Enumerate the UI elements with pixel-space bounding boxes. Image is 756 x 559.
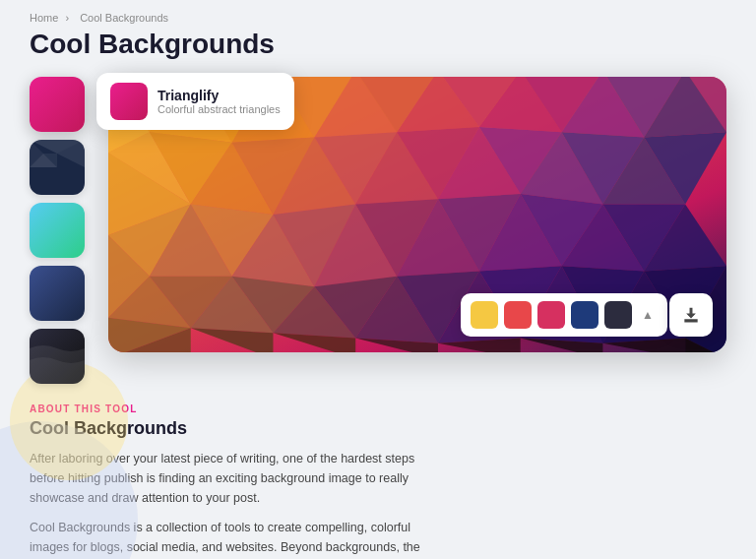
tooltip-text: Trianglify Colorful abstract triangles bbox=[158, 88, 281, 115]
dark-geo-svg bbox=[30, 140, 85, 195]
tooltip-tool-desc: Colorful abstract triangles bbox=[158, 103, 281, 115]
tools-sidebar: Trianglify Colorful abstract triangles bbox=[30, 77, 108, 384]
download-button[interactable] bbox=[669, 293, 713, 337]
tooltip-icon bbox=[110, 83, 148, 120]
about-title: Cool Backgrounds bbox=[30, 418, 726, 439]
palette-swatch-dark[interactable] bbox=[604, 301, 632, 329]
tool-item-dark-geo[interactable] bbox=[30, 140, 85, 195]
breadcrumb-home[interactable]: Home bbox=[30, 12, 58, 24]
palette-bar: ▲ bbox=[461, 293, 667, 337]
breadcrumb: Home › Cool Backgrounds bbox=[30, 12, 726, 24]
tooltip-tool-name: Trianglify bbox=[158, 88, 281, 103]
page-wrapper: Home › Cool Backgrounds Cool Backgrounds bbox=[0, 0, 756, 559]
palette-expand-icon[interactable]: ▲ bbox=[638, 305, 658, 325]
tool-item-blue-solid[interactable] bbox=[30, 266, 85, 321]
breadcrumb-separator: › bbox=[65, 12, 69, 24]
tool-item-green-grad[interactable] bbox=[30, 203, 85, 258]
palette-swatch-yellow[interactable] bbox=[471, 301, 498, 329]
dark-waves-svg bbox=[30, 329, 85, 384]
about-section-label: ABOUT THIS TOOL bbox=[30, 404, 726, 414]
main-content: Trianglify Colorful abstract triangles bbox=[0, 77, 756, 384]
palette-swatch-red[interactable] bbox=[504, 301, 532, 329]
palette-swatch-blue[interactable] bbox=[571, 301, 598, 329]
tool-item-trianglify[interactable] bbox=[30, 77, 85, 132]
tool-item-wrapper-trianglify: Trianglify Colorful abstract triangles bbox=[30, 77, 94, 132]
page-title: Cool Backgrounds bbox=[30, 28, 726, 61]
tool-item-dark-waves[interactable] bbox=[30, 329, 85, 384]
palette-swatch-pink[interactable] bbox=[537, 301, 565, 329]
tool-trianglify-inner bbox=[30, 77, 85, 132]
tool-tooltip-trianglify: Trianglify Colorful abstract triangles bbox=[96, 73, 294, 130]
breadcrumb-current: Cool Backgrounds bbox=[80, 12, 168, 24]
download-icon bbox=[681, 305, 701, 325]
header-section: Home › Cool Backgrounds Cool Backgrounds bbox=[0, 0, 756, 77]
